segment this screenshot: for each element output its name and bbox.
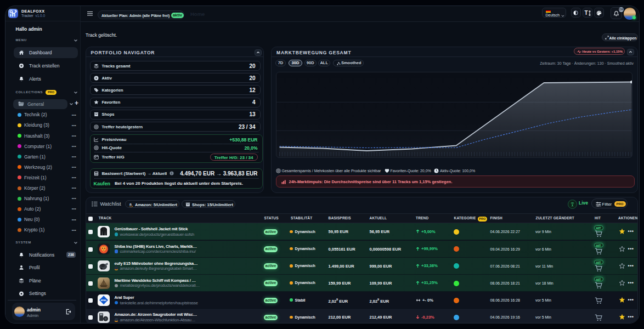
svg-text:ARAL: ARAL [100, 299, 107, 302]
svg-text:a: a [129, 202, 132, 206]
